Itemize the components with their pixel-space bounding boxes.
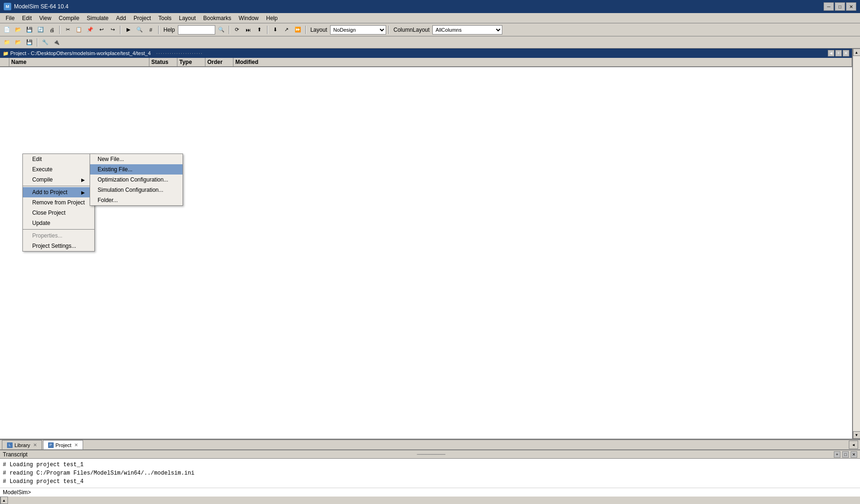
ctx-edit[interactable]: Edit (23, 154, 94, 164)
menu-compile[interactable]: Compile (55, 14, 83, 22)
project-panel: 📁 Project - C:/DesktopOthers/modelsim-wo… (0, 49, 853, 439)
col-type[interactable]: Type (177, 58, 205, 66)
sep-5 (267, 26, 268, 34)
sim-btn-6[interactable]: ⏩ (293, 25, 303, 35)
menu-bookmarks[interactable]: Bookmarks (199, 14, 235, 22)
maximize-button[interactable]: □ (835, 2, 845, 11)
sub-optimization-config[interactable]: Optimization Configuration... (90, 175, 183, 185)
sim-btn-1[interactable]: ⟳ (232, 25, 242, 35)
layout-select[interactable]: NoDesign (330, 25, 386, 35)
sep-7 (388, 26, 389, 34)
ctx-project-settings[interactable]: Project Settings... (23, 241, 94, 251)
main-scrollbar[interactable]: ▲ ▼ (853, 49, 860, 439)
menu-window[interactable]: Window (235, 14, 262, 22)
sim-btn-5[interactable]: ↗ (282, 25, 292, 35)
new-button[interactable]: 📄 (2, 25, 12, 35)
transcript-input-area: ModelSim> (0, 488, 860, 497)
project-content-area[interactable]: Edit Execute Compile ▶ Add to Project ▶ (0, 67, 852, 439)
menu-simulate[interactable]: Simulate (83, 14, 113, 22)
col-modified[interactable]: Modified (233, 58, 852, 66)
find-button[interactable]: 🔍 (134, 25, 145, 35)
print-button[interactable]: 🖨 (47, 25, 57, 35)
sub-folder[interactable]: Folder... (90, 195, 183, 205)
close-button[interactable]: ✕ (846, 2, 856, 11)
copy-button[interactable]: 📋 (74, 25, 84, 35)
context-menu: Edit Execute Compile ▶ Add to Project ▶ (22, 154, 95, 252)
help-input[interactable] (178, 25, 215, 35)
panel-close-button[interactable]: ✕ (843, 50, 849, 56)
sim-btn-2[interactable]: ⏭ (243, 25, 254, 35)
transcript-line-3: # Loading project test_4 (3, 477, 857, 486)
col-order[interactable]: Order (205, 58, 233, 66)
run-button[interactable]: ▶ (123, 25, 134, 35)
project-tab-label: Project (56, 442, 71, 448)
tb2-btn-3[interactable]: 💾 (24, 37, 35, 48)
scroll-track[interactable] (853, 56, 860, 431)
column-layout-select[interactable]: AllColumns (432, 25, 502, 35)
help-search-button[interactable]: 🔍 (216, 25, 226, 35)
layout-label: Layout (309, 27, 329, 33)
save-button[interactable]: 💾 (24, 25, 35, 35)
tabs-scroll-button[interactable]: ◄ (849, 441, 858, 449)
menu-project[interactable]: Project (130, 14, 155, 22)
panel-scroll-left[interactable]: ◄ (828, 50, 834, 56)
transcript-expand-button[interactable]: + (834, 451, 840, 458)
paste-button[interactable]: 📌 (85, 25, 95, 35)
transcript-pin-button[interactable]: □ (842, 451, 849, 458)
panel-pin-button[interactable]: + (835, 50, 842, 56)
main-layout: 📁 Project - C:/DesktopOthers/modelsim-wo… (0, 49, 860, 504)
add-to-project-arrow: ▶ (81, 190, 85, 195)
menu-edit[interactable]: Edit (18, 14, 35, 22)
open-button[interactable]: 📂 (13, 25, 23, 35)
undo-button[interactable]: ↩ (96, 25, 106, 35)
menu-help[interactable]: Help (262, 14, 282, 22)
menu-layout[interactable]: Layout (175, 14, 199, 22)
col-status[interactable]: Status (149, 58, 177, 66)
transcript-close-button[interactable]: ✕ (851, 451, 857, 458)
ctx-update[interactable]: Update (23, 218, 94, 228)
sub-new-file[interactable]: New File... (90, 154, 183, 164)
ctx-execute[interactable]: Execute (23, 164, 94, 175)
tab-library[interactable]: L Library ✕ (2, 440, 42, 449)
menu-bar: File Edit View Compile Simulate Add Proj… (0, 13, 860, 23)
tb2-btn-2[interactable]: 📂 (13, 37, 23, 48)
sim-btn-4[interactable]: ⬇ (270, 25, 281, 35)
library-tab-close[interactable]: ✕ (33, 442, 37, 448)
sub-existing-file[interactable]: Existing File... (90, 164, 183, 175)
scroll-up-button[interactable]: ▲ (853, 49, 860, 56)
title-text: ModelSim SE-64 10.4 (14, 3, 824, 10)
menu-tools[interactable]: Tools (155, 14, 175, 22)
sub-simulation-config[interactable]: Simulation Configuration... (90, 185, 183, 195)
transcript-line-1: # Loading project test_1 (3, 461, 857, 469)
menu-add[interactable]: Add (113, 14, 130, 22)
sim-btn-3[interactable]: ⬆ (254, 25, 265, 35)
menu-view[interactable]: View (35, 14, 55, 22)
ctx-remove-from-project[interactable]: Remove from Project (23, 197, 94, 208)
ctx-compile[interactable]: Compile ▶ (23, 175, 94, 185)
ctx-add-to-project[interactable]: Add to Project ▶ (23, 187, 94, 197)
transcript-line-2: # reading C:/Program Files/ModelSim/win6… (3, 469, 857, 477)
grid-button[interactable]: # (146, 25, 156, 35)
transcript-scrollbar[interactable]: ▲ ▼ (0, 497, 7, 504)
toolbar-1: 📄 📂 💾 🔄 🖨 ✂ 📋 📌 ↩ ↪ ▶ 🔍 # Help 🔍 ⟳ ⏭ ⬆ ⬇… (0, 23, 860, 36)
ctx-close-project[interactable]: Close Project (23, 208, 94, 218)
col-name[interactable]: Name (9, 58, 149, 66)
scroll-down-button[interactable]: ▼ (853, 431, 860, 439)
redo-button[interactable]: ↪ (107, 25, 118, 35)
ctx-sep-1 (23, 186, 94, 186)
menu-file[interactable]: File (2, 14, 18, 22)
tb2-btn-1[interactable]: 📁 (2, 37, 12, 48)
cut-button[interactable]: ✂ (63, 25, 73, 35)
panel-header: 📁 Project - C:/DesktopOthers/modelsim-wo… (0, 49, 852, 58)
project-tab-close[interactable]: ✕ (74, 442, 78, 448)
minimize-button[interactable]: ─ (824, 2, 834, 11)
window-controls: ─ □ ✕ (824, 2, 856, 11)
tb2-btn-5[interactable]: 🔌 (51, 37, 62, 48)
refresh-button[interactable]: 🔄 (35, 25, 46, 35)
sep-1 (59, 26, 60, 34)
title-bar: M ModelSim SE-64 10.4 ─ □ ✕ (0, 0, 860, 13)
transcript-input[interactable] (33, 489, 857, 496)
tb2-btn-4[interactable]: 🔧 (40, 37, 50, 48)
tab-project[interactable]: P Project ✕ (43, 440, 83, 449)
transcript-scroll-up[interactable]: ▲ (0, 497, 8, 504)
